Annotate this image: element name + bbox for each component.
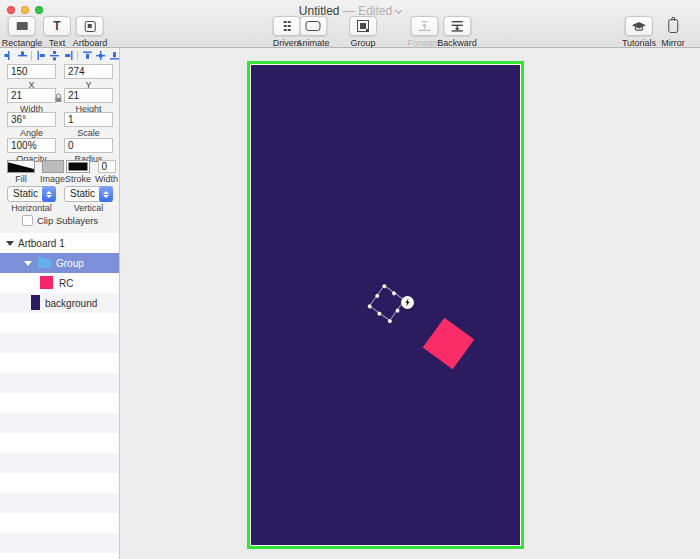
- artboard-canvas[interactable]: [250, 64, 521, 546]
- align-right-edges-icon[interactable]: [63, 50, 74, 61]
- rectangle-button[interactable]: [8, 16, 36, 36]
- text-tool[interactable]: T Text: [43, 16, 71, 48]
- alignment-toolbar: [3, 49, 120, 62]
- backward-button[interactable]: [443, 16, 471, 36]
- align-horizontal-center-icon[interactable]: [17, 50, 28, 61]
- fill-label: Fill: [15, 174, 27, 184]
- pinning-row: Static Horizontal Static Vertical: [7, 186, 113, 213]
- stroke-label: Stroke: [65, 174, 91, 184]
- align-vertical-center-icon[interactable]: [3, 50, 14, 61]
- dropdown-stepper-icon: [99, 186, 113, 202]
- layer-row-background[interactable]: background: [0, 293, 119, 313]
- align-top-edges-icon[interactable]: [82, 50, 93, 61]
- artboard-label: Artboard: [73, 38, 108, 48]
- text-label: Text: [49, 38, 66, 48]
- layer-row-rc[interactable]: RC: [0, 273, 119, 293]
- layer-name: Artboard 1: [18, 238, 65, 249]
- minimize-window-icon[interactable]: [21, 6, 29, 14]
- resize-handle[interactable]: [367, 303, 373, 309]
- bring-forward-icon: [417, 20, 431, 32]
- clip-sublayers-checkbox[interactable]: [22, 215, 33, 226]
- resize-handle[interactable]: [377, 310, 383, 316]
- artboard-button[interactable]: [76, 16, 104, 36]
- layer-thumbnail-swatch: [40, 276, 53, 289]
- clip-sublayers-row: Clip Sublayers: [0, 215, 120, 226]
- align-bottom-edges-icon[interactable]: [109, 50, 120, 61]
- mirror-tool[interactable]: Mirror: [661, 16, 685, 48]
- scale-input[interactable]: 1: [64, 112, 113, 127]
- animate-tool[interactable]: Animate: [296, 16, 329, 48]
- constrain-proportions-lock-icon[interactable]: [54, 93, 63, 103]
- layer-list: Artboard 1 Group RC background: [0, 233, 119, 559]
- window-controls: [7, 6, 43, 14]
- y-input[interactable]: 274: [64, 64, 113, 79]
- toolbar-separator: [31, 51, 32, 61]
- tutorials-graduation-cap-icon: [631, 21, 647, 32]
- angle-input[interactable]: 36°: [7, 112, 56, 127]
- toolbar: Untitled — Edited Rectangle T Text Artbo…: [0, 0, 700, 48]
- resize-handle[interactable]: [381, 283, 387, 289]
- animation-badge[interactable]: [401, 296, 414, 309]
- disclosure-triangle-icon[interactable]: [6, 241, 14, 246]
- image-label: Image: [40, 174, 65, 184]
- vertical-label: Vertical: [74, 203, 104, 213]
- animate-label: Animate: [296, 38, 329, 48]
- layer-thumbnail-swatch: [31, 295, 40, 310]
- tutorials-tool[interactable]: Tutorials: [622, 16, 656, 48]
- inspector-sidebar: 150 X 274 Y 21 Width 21 Height: [0, 48, 120, 559]
- tutorials-button[interactable]: [625, 16, 653, 36]
- align-vertical-centers-icon[interactable]: [49, 50, 60, 61]
- artboard-tool[interactable]: Artboard: [73, 16, 108, 48]
- rectangle-tool[interactable]: Rectangle: [2, 16, 43, 48]
- forward-tool: Forward: [407, 16, 440, 48]
- height-input[interactable]: 21: [64, 88, 113, 103]
- send-backward-icon: [450, 20, 464, 32]
- group-button[interactable]: [349, 16, 377, 36]
- mirror-label: Mirror: [661, 38, 685, 48]
- layer-row-artboard-1[interactable]: Artboard 1: [0, 233, 119, 253]
- animate-button[interactable]: [299, 16, 327, 36]
- align-horizontal-centers-icon[interactable]: [95, 50, 106, 61]
- close-window-icon[interactable]: [7, 6, 15, 14]
- selection-bounding-box[interactable]: [369, 285, 405, 321]
- fill-color-well[interactable]: [7, 160, 35, 173]
- horizontal-dropdown-value: Static: [13, 188, 38, 199]
- stroke-color-well[interactable]: [66, 160, 90, 173]
- zoom-window-icon[interactable]: [35, 6, 43, 14]
- resize-handle[interactable]: [394, 308, 400, 314]
- resize-handle[interactable]: [374, 293, 380, 299]
- rectangle-icon: [17, 22, 28, 30]
- position-row: 150 X 274 Y: [7, 64, 113, 90]
- align-left-edges-icon[interactable]: [36, 50, 47, 61]
- forward-label: Forward: [407, 38, 440, 48]
- animate-icon: [306, 21, 321, 31]
- backward-tool[interactable]: Backward: [437, 16, 477, 48]
- backward-label: Backward: [437, 38, 477, 48]
- resize-handle[interactable]: [392, 290, 398, 296]
- layer-name: Group: [56, 258, 84, 269]
- tutorials-label: Tutorials: [622, 38, 656, 48]
- resize-handle[interactable]: [387, 318, 393, 324]
- radius-input[interactable]: 0: [64, 138, 113, 153]
- layer-row-group[interactable]: Group: [0, 253, 119, 273]
- vertical-dropdown-value: Static: [70, 188, 95, 199]
- canvas-area[interactable]: [120, 48, 700, 559]
- disclosure-triangle-icon[interactable]: [24, 261, 32, 266]
- transform-row: 36° Angle 1 Scale: [7, 112, 113, 138]
- forward-button: [410, 16, 438, 36]
- rc-shape[interactable]: [423, 318, 475, 370]
- opacity-input[interactable]: 100%: [7, 138, 56, 153]
- toolbar-separator: [77, 51, 78, 61]
- group-icon: [357, 20, 369, 32]
- stroke-width-input[interactable]: 0: [98, 160, 116, 173]
- mirror-device-icon: [668, 19, 678, 33]
- horizontal-dropdown[interactable]: Static: [7, 186, 56, 202]
- dropdown-stepper-icon: [42, 186, 56, 202]
- title-menu-chevron-icon[interactable]: [395, 7, 402, 14]
- text-button[interactable]: T: [43, 16, 71, 36]
- width-input[interactable]: 21: [7, 88, 56, 103]
- x-input[interactable]: 150: [7, 64, 56, 79]
- group-tool[interactable]: Group: [349, 16, 377, 48]
- image-well[interactable]: [42, 160, 64, 173]
- vertical-dropdown[interactable]: Static: [64, 186, 113, 202]
